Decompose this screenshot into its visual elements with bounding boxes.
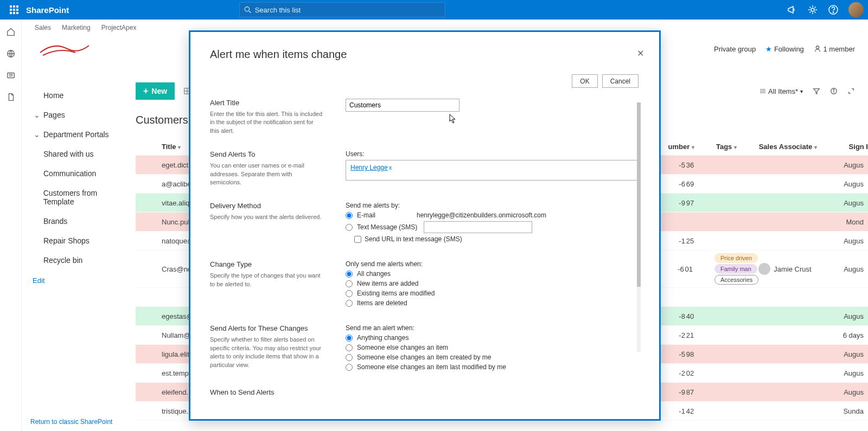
top-link[interactable]: Marketing [62,24,91,31]
globe-icon[interactable] [6,49,16,59]
send-when-label: Send me an alert when: [346,324,639,332]
delivery-email-radio[interactable] [346,212,353,219]
section-desc: Specify the type of changes that you wan… [210,272,324,288]
svg-rect-4 [13,9,15,11]
section-title: Alert Title [210,99,324,107]
section-desc: Specify whether to filter alerts based o… [210,336,324,369]
home-icon[interactable] [6,27,16,37]
svg-rect-1 [13,5,15,8]
cursor-icon [449,114,457,125]
avatar-icon [758,263,770,275]
section-title: Delivery Method [210,202,324,210]
users-label: Users: [346,150,639,158]
section-desc: Enter the title for this alert. This is … [210,110,324,135]
close-icon[interactable]: ✕ [637,48,644,59]
svg-point-27 [833,89,834,90]
cancel-button[interactable]: Cancel [602,74,639,88]
filter-modified-radio[interactable] [346,364,353,371]
nav-item[interactable]: Brands [30,211,130,231]
svg-point-13 [833,12,833,12]
sms-number-input[interactable] [424,221,532,233]
change-modified-radio[interactable] [346,290,353,297]
top-link[interactable]: ProjectApex [101,24,137,31]
search-icon [244,6,251,14]
filter-anything-radio[interactable] [346,334,353,342]
send-by-label: Send me alerts by: [346,202,639,209]
search-box[interactable] [239,2,445,17]
section-title: Send Alerts To [210,150,324,158]
user-avatar[interactable] [848,2,864,17]
col-sign[interactable]: Sign I [820,143,868,151]
members-count[interactable]: 1 member [814,45,855,53]
brand-label[interactable]: SharePoint [26,5,69,15]
svg-point-18 [816,46,819,48]
svg-rect-8 [16,12,18,14]
view-selector[interactable]: All Items* ▾ [760,87,803,95]
filter-icon[interactable] [813,87,820,95]
nav-item[interactable]: Home [30,86,130,105]
filter-created-radio[interactable] [346,354,353,361]
tag-pill: Family man [714,264,757,274]
news-icon[interactable] [6,70,16,80]
change-new-radio[interactable] [346,280,353,287]
expand-icon[interactable] [847,87,855,95]
app-rail [0,20,22,431]
change-deleted-radio[interactable] [346,300,353,307]
help-icon[interactable] [828,4,839,15]
search-input[interactable] [255,6,441,14]
col-assoc[interactable]: Sales Associate ▾ [759,143,821,151]
col-tags[interactable]: Tags ▾ [694,143,759,151]
svg-rect-7 [13,12,15,14]
top-link[interactable]: Sales [35,24,51,31]
nav-item[interactable]: Shared with us [30,144,130,164]
filter-someone-radio[interactable] [346,344,353,351]
nav-item[interactable]: Customers from Template [30,183,130,211]
edit-nav-link[interactable]: Edit [30,270,130,291]
only-when-label: Only send me alerts when: [346,260,639,268]
svg-rect-2 [16,5,18,8]
people-token[interactable]: Henry Legge [350,164,388,171]
svg-rect-6 [10,12,12,14]
app-launcher-icon[interactable] [4,0,24,20]
tag-pill: Price driven [714,253,758,263]
suite-bar: SharePoint [0,0,868,20]
change-all-radio[interactable] [346,271,353,278]
modal-title: Alert me when items change [210,48,639,61]
svg-point-9 [245,7,250,11]
section-desc: You can enter user names or e-mail addre… [210,162,324,186]
alert-modal: Alert me when items change ✕ OK Cancel A… [189,30,661,421]
following-toggle[interactable]: ★ Following [765,45,804,53]
return-classic-link[interactable]: Return to classic SharePoint [30,418,112,426]
alert-title-input[interactable] [346,99,459,112]
email-value: henrylegge@citizenbuilders.onmicrosoft.c… [417,211,546,219]
file-icon[interactable] [6,92,16,102]
remove-token-icon[interactable]: x [389,164,392,171]
section-title: Change Type [210,260,324,268]
scrollbar-track[interactable] [637,102,641,352]
svg-rect-15 [7,73,14,78]
scrollbar-thumb[interactable] [637,102,641,287]
site-logo[interactable] [35,36,94,62]
nav-item[interactable]: ⌄Pages [30,105,130,125]
new-button[interactable]: +New [136,82,175,100]
info-icon[interactable] [830,87,838,95]
list-lines-icon [760,88,766,94]
svg-rect-0 [10,5,12,8]
section-title: Send Alerts for These Changes [210,324,324,332]
send-url-checkbox[interactable] [354,236,361,243]
tag-pill: Accessories [714,275,758,285]
nav-item[interactable]: Recycle bin [30,250,130,270]
users-people-picker[interactable]: Henry Leggex [346,160,639,181]
megaphone-icon[interactable] [787,4,797,15]
left-nav: Home⌄Pages⌄Department PortalsShared with… [22,81,130,291]
delivery-sms-radio[interactable] [346,224,353,231]
ok-button[interactable]: OK [572,74,597,88]
nav-item[interactable]: Communication [30,164,130,183]
svg-rect-3 [10,9,12,11]
svg-rect-5 [16,9,18,11]
nav-item[interactable]: ⌄Department Portals [30,125,130,144]
privacy-label: Private group [714,45,756,53]
gear-icon[interactable] [807,4,818,15]
nav-item[interactable]: Repair Shops [30,231,130,250]
svg-line-10 [249,11,251,13]
